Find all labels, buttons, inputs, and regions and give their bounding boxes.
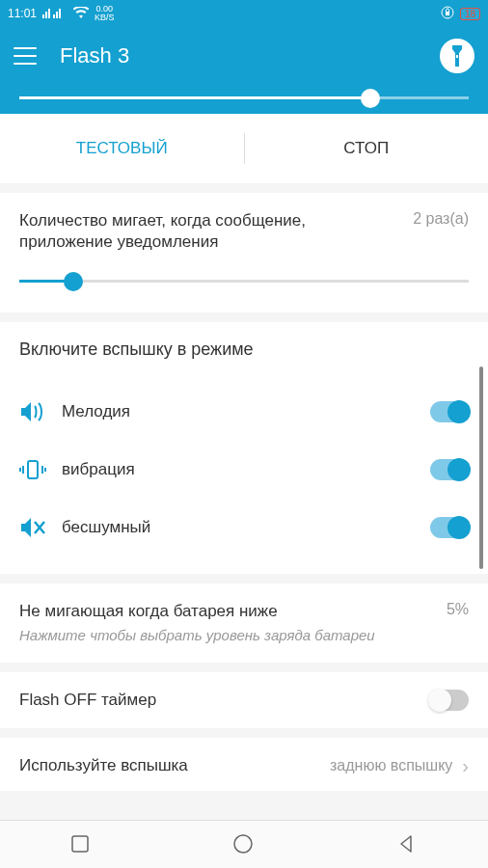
app-bar: Flash 3 bbox=[0, 27, 488, 85]
mute-icon bbox=[19, 514, 46, 541]
scroll-indicator[interactable] bbox=[479, 366, 483, 569]
mode-row-mute[interactable]: бесшумный bbox=[19, 499, 469, 556]
timer-label: Flash OFF таймер bbox=[19, 691, 420, 710]
tab-stop[interactable]: СТОП bbox=[245, 133, 489, 164]
battery-subtitle: Нажмите чтобы выбрать уровень заряда бат… bbox=[19, 626, 437, 645]
vibrate-icon bbox=[19, 456, 46, 483]
toggle-vibrate[interactable] bbox=[430, 459, 469, 480]
nav-back[interactable] bbox=[395, 833, 419, 856]
content: ТЕСТОВЫЙ СТОП Количество мигает, когда с… bbox=[0, 85, 488, 820]
nav-recent[interactable] bbox=[69, 833, 93, 856]
mode-label-vibrate: вибрация bbox=[62, 460, 415, 479]
svg-rect-3 bbox=[28, 461, 38, 478]
menu-icon[interactable] bbox=[14, 47, 37, 65]
svg-rect-1 bbox=[446, 12, 449, 15]
top-slider[interactable] bbox=[0, 85, 488, 114]
battery-value: 5% bbox=[447, 601, 469, 618]
use-flash-card[interactable]: Используйте вспышка заднюю вспышку › bbox=[0, 738, 488, 791]
use-flash-value: заднюю вспышку bbox=[330, 757, 452, 774]
nav-home[interactable] bbox=[232, 833, 256, 856]
blink-count-card[interactable]: Количество мигает, когда сообщение, прил… bbox=[0, 193, 488, 312]
data-unit: KB/S bbox=[95, 14, 115, 22]
battery-badge: 18 bbox=[460, 8, 480, 20]
tab-test[interactable]: ТЕСТОВЫЙ bbox=[0, 133, 244, 164]
chevron-right-icon: › bbox=[462, 755, 469, 777]
signal-icon bbox=[42, 7, 68, 21]
mode-label-sound: Мелодия bbox=[62, 402, 415, 421]
flash-mode-heading: Включите вспышку в режиме bbox=[19, 339, 469, 360]
flash-mode-card: Включите вспышку в режиме Мелодия вибрац… bbox=[0, 322, 488, 574]
lock-icon bbox=[441, 6, 454, 22]
svg-rect-4 bbox=[72, 836, 88, 852]
sound-icon bbox=[19, 398, 46, 425]
nav-bar bbox=[0, 820, 488, 868]
mode-row-vibrate[interactable]: вибрация bbox=[19, 441, 469, 499]
tabs: ТЕСТОВЫЙ СТОП bbox=[0, 133, 488, 164]
blink-count-label: Количество мигает, когда сообщение, прил… bbox=[19, 210, 403, 253]
blink-slider[interactable] bbox=[19, 268, 469, 295]
mode-row-sound[interactable]: Мелодия bbox=[19, 383, 469, 441]
wifi-icon bbox=[73, 7, 89, 21]
battery-card[interactable]: Не мигающая когда батарея ниже Нажмите ч… bbox=[0, 583, 488, 663]
app-title: Flash 3 bbox=[60, 43, 417, 68]
battery-title: Не мигающая когда батарея ниже bbox=[19, 601, 437, 622]
mode-label-mute: бесшумный bbox=[62, 518, 415, 537]
svg-point-5 bbox=[234, 835, 252, 853]
svg-rect-2 bbox=[456, 55, 458, 58]
status-time: 11:01 bbox=[8, 7, 37, 20]
flashlight-icon[interactable] bbox=[440, 39, 474, 73]
toggle-mute[interactable] bbox=[430, 517, 469, 538]
blink-count-value: 2 раз(a) bbox=[413, 210, 469, 228]
timer-card[interactable]: Flash OFF таймер bbox=[0, 672, 488, 728]
toggle-timer[interactable] bbox=[430, 690, 469, 711]
status-bar: 11:01 0.00 KB/S 18 bbox=[0, 0, 488, 27]
use-flash-label: Используйте вспышка bbox=[19, 756, 320, 775]
toggle-sound[interactable] bbox=[430, 401, 469, 422]
